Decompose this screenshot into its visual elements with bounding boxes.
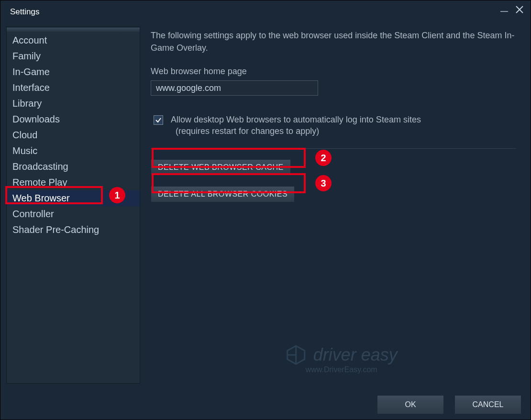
close-icon[interactable] [515, 5, 524, 14]
sidebar-item-controller[interactable]: Controller [7, 206, 140, 222]
sidebar-item-music[interactable]: Music [7, 143, 140, 159]
watermark-brand-text: driver easy [313, 345, 398, 365]
delete-cookies-row: DELETE ALL BROWSER COOKIES [151, 186, 516, 202]
sidebar-item-cloud[interactable]: Cloud [7, 127, 140, 143]
window-title: Settings [10, 7, 39, 17]
sidebar-item-downloads[interactable]: Downloads [7, 111, 140, 127]
autologin-checkbox[interactable] [154, 115, 163, 125]
homepage-input[interactable] [151, 80, 318, 96]
minimize-icon[interactable] [500, 5, 509, 14]
content-description: The following settings apply to the web … [151, 29, 516, 54]
delete-cookies-button[interactable]: DELETE ALL BROWSER COOKIES [151, 186, 295, 202]
sidebar-top-gradient [7, 28, 140, 33]
sidebar-item-library[interactable]: Library [7, 96, 140, 111]
window-controls [500, 5, 524, 14]
sidebar-item-shader-pre-caching[interactable]: Shader Pre-Caching [7, 222, 140, 238]
footer: OK CANCEL [377, 396, 521, 414]
sidebar-item-interface[interactable]: Interface [7, 80, 140, 96]
settings-content: The following settings apply to the web … [140, 26, 525, 384]
watermark-brand: driver easy [286, 344, 398, 365]
cancel-button[interactable]: CANCEL [455, 396, 521, 414]
autologin-label-line2: (requires restart for changes to apply) [176, 126, 319, 136]
sidebar-item-web-browser[interactable]: Web Browser [7, 190, 140, 206]
body: Account Family In-Game Interface Library… [6, 26, 525, 384]
autologin-label-line1: Allow desktop Web browsers to automatica… [171, 115, 421, 124]
watermark-logo-icon [286, 344, 307, 365]
settings-sidebar: Account Family In-Game Interface Library… [6, 26, 140, 384]
ok-button[interactable]: OK [377, 396, 443, 414]
autologin-label: Allow desktop Web browsers to automatica… [171, 114, 421, 137]
sidebar-item-remote-play[interactable]: Remote Play [7, 175, 140, 190]
homepage-label: Web browser home page [151, 66, 516, 77]
sidebar-item-in-game[interactable]: In-Game [7, 64, 140, 80]
watermark-url: www.DriverEasy.com [286, 365, 398, 374]
watermark: driver easy www.DriverEasy.com [286, 344, 398, 374]
autologin-row: Allow desktop Web browsers to automatica… [151, 114, 516, 137]
sidebar-item-family[interactable]: Family [7, 48, 140, 64]
delete-cache-button[interactable]: DELETE WEB BROWSER CACHE [151, 159, 291, 176]
svg-marker-3 [288, 346, 305, 364]
delete-cache-row: DELETE WEB BROWSER CACHE [151, 159, 516, 176]
sidebar-item-account[interactable]: Account [7, 33, 140, 48]
sidebar-item-broadcasting[interactable]: Broadcasting [7, 159, 140, 175]
settings-window: Settings Account Family In-Game Interfac… [0, 0, 531, 420]
titlebar: Settings [0, 0, 531, 22]
divider [151, 148, 516, 149]
